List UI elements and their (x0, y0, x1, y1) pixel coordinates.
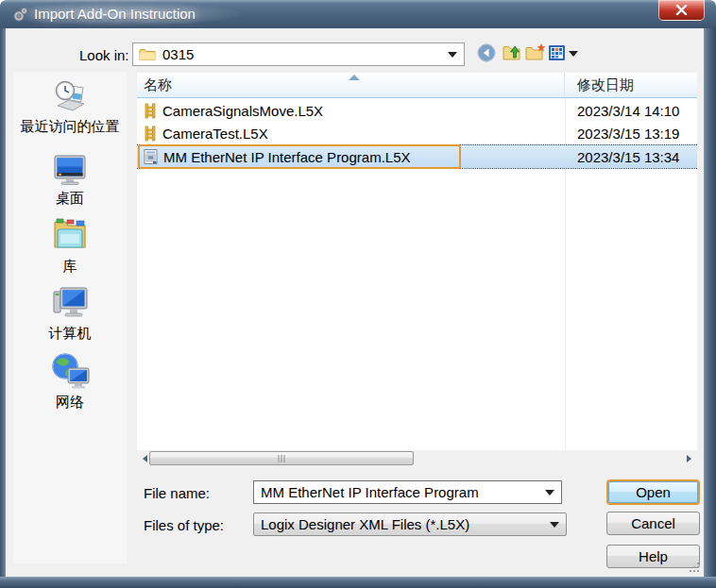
import-addon-dialog: Import Add-On Instruction Look in: 0315 (0, 0, 716, 588)
file-name: CameraTest.L5X (162, 126, 268, 142)
desktop-icon (51, 153, 89, 187)
ladder-file-icon (143, 126, 158, 142)
look-in-combobox[interactable]: 0315 (132, 42, 465, 66)
file-date: 2023/3/15 13:34 (577, 149, 679, 165)
file-name-label: File name: (144, 485, 210, 501)
window-title: Import Add-On Instruction (34, 6, 196, 22)
places-sidebar: 最近访问的位置 桌面 库 (13, 72, 127, 563)
sidebar-item-computer[interactable]: 计算机 (13, 284, 127, 343)
files-of-type-value: Logix Designer XML Files (*.L5X) (261, 516, 469, 532)
sidebar-item-network[interactable]: 网络 (13, 351, 127, 412)
scroll-right-button[interactable] (681, 450, 697, 466)
new-folder-button[interactable] (525, 42, 547, 62)
file-row-selected[interactable]: MM EtherNet IP Interface Program.L5X 202… (137, 144, 697, 169)
chevron-down-icon (545, 490, 554, 496)
file-name-value: MM EtherNet IP Interface Program (261, 484, 479, 500)
file-name: MM EtherNet IP Interface Program.L5X (163, 149, 411, 165)
sort-ascending-icon (349, 75, 360, 80)
window-frame-left (0, 28, 6, 578)
close-button[interactable] (658, 0, 705, 21)
views-menu-button[interactable] (548, 44, 566, 61)
window-frame-bottom (0, 577, 716, 588)
file-name-combobox[interactable]: MM EtherNet IP Interface Program (253, 480, 562, 504)
sidebar-item-label: 网络 (56, 394, 84, 410)
file-list: 名称 修改日期 CameraSignalsMove.L5X 2023/3/14 … (137, 73, 697, 466)
sidebar-item-recent-places[interactable]: 最近访问的位置 (13, 79, 127, 136)
files-of-type-label: Files of type: (144, 517, 224, 533)
scroll-right-icon (687, 455, 691, 462)
folder-icon (139, 47, 157, 61)
file-row[interactable]: CameraSignalsMove.L5X 2023/3/14 14:10 (137, 99, 697, 122)
sidebar-item-desktop[interactable]: 桌面 (13, 153, 127, 208)
sidebar-item-label: 计算机 (49, 325, 92, 341)
up-one-level-button[interactable] (502, 42, 521, 62)
column-header-name[interactable]: 名称 (137, 73, 565, 97)
titlebar[interactable]: Import Add-On Instruction (0, 0, 716, 28)
look-in-label: Look in: (79, 47, 129, 63)
sidebar-item-libraries[interactable]: 库 (13, 215, 127, 276)
file-date: 2023/3/14 14:10 (577, 103, 679, 119)
views-dropdown-arrow-icon[interactable] (569, 51, 578, 57)
sidebar-item-label: 最近访问的位置 (21, 118, 120, 134)
sidebar-item-label: 库 (63, 258, 77, 274)
network-icon (49, 351, 91, 391)
window-frame-right (704, 28, 716, 578)
scroll-left-icon (143, 455, 147, 462)
files-of-type-combobox[interactable]: Logix Designer XML Files (*.L5X) (253, 512, 567, 536)
horizontal-scrollbar[interactable] (137, 450, 697, 466)
chevron-down-icon (550, 522, 559, 528)
addon-file-icon (143, 148, 159, 165)
close-icon (675, 5, 688, 15)
libraries-icon (49, 215, 91, 255)
scrollbar-grip-icon (279, 455, 285, 462)
look-in-value: 0315 (162, 46, 194, 62)
sidebar-item-label: 桌面 (56, 190, 84, 206)
list-header: 名称 修改日期 (137, 73, 697, 98)
computer-icon (49, 284, 91, 322)
file-date: 2023/3/15 13:19 (577, 126, 679, 142)
ladder-file-icon (143, 103, 158, 119)
cancel-button[interactable]: Cancel (606, 512, 700, 535)
addon-instruction-icon (12, 7, 28, 23)
file-name: CameraSignalsMove.L5X (162, 103, 323, 119)
help-button[interactable]: Help (606, 545, 700, 568)
file-row[interactable]: CameraTest.L5X 2023/3/15 13:19 (137, 122, 697, 144)
back-button[interactable] (477, 43, 496, 62)
resize-grip[interactable] (689, 562, 701, 574)
chevron-down-icon (448, 52, 457, 58)
scrollbar-thumb[interactable] (149, 451, 414, 465)
open-button[interactable]: Open (606, 479, 700, 505)
recent-places-icon (50, 79, 90, 115)
column-header-date[interactable]: 修改日期 (566, 73, 697, 97)
